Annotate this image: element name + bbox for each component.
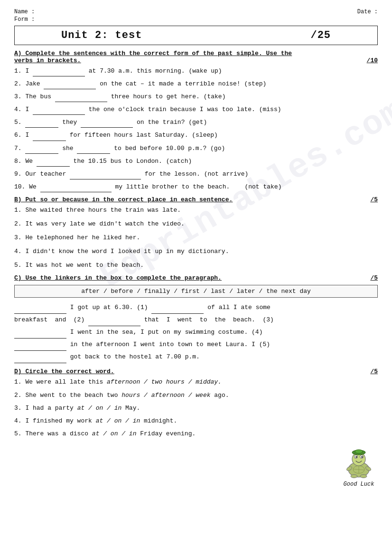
- question-b5: 5. It was hot we went to the beach.: [14, 260, 378, 271]
- question-b4: 4. I didn't know the word I looked it up…: [14, 246, 378, 257]
- section-a: A) Complete the sentences with the corre…: [14, 50, 378, 192]
- blank-c0: [14, 306, 66, 314]
- header-row: Name : Date :: [14, 9, 378, 15]
- question-d4: 4. I finished my work at / on / in midni…: [14, 416, 378, 426]
- blank-a5b: [81, 120, 133, 128]
- section-c-title: C) Use the linkers in the box to complet…: [14, 274, 222, 282]
- section-b-title: B) Put so or because in the correct plac…: [14, 196, 233, 203]
- section-c: C) Use the linkers in the box to complet…: [14, 274, 378, 363]
- blank-c5: [14, 356, 66, 363]
- blank-a1: [33, 69, 85, 76]
- section-b-header: B) Put so or because in the correct plac…: [14, 196, 378, 203]
- question-d1: 1. We were all late this afternoon / two…: [14, 377, 378, 387]
- title-right: /25: [310, 29, 331, 41]
- blank-c4: [14, 343, 66, 351]
- section-d-header: D) Circle the correct word. /5: [14, 368, 378, 375]
- linker-box: after / before / finally / first / last …: [14, 285, 378, 298]
- good-luck-area: Good Luck: [14, 442, 378, 488]
- svg-point-7: [355, 450, 363, 453]
- section-a-title: A) Complete the sentences with the corre…: [14, 50, 292, 64]
- options-d1: afternoon / two hours / midday.: [107, 378, 222, 386]
- question-b2: 2. It was very late we didn't watch the …: [14, 219, 378, 229]
- question-d3: 3. I had a party at / on / in May.: [14, 403, 378, 414]
- blank-c1: [151, 306, 204, 314]
- blank-a4: [33, 107, 85, 115]
- para-line-1: I got up at 6.30. (1) of all I ate some …: [14, 304, 274, 360]
- options-d3: at / on / in: [77, 404, 122, 412]
- svg-point-5: [361, 456, 363, 458]
- form-label: Form :: [14, 16, 378, 23]
- blank-a7b: [77, 146, 110, 154]
- title-box: Unit 2: test /25: [14, 26, 378, 45]
- question-a9: 9. Our teacher for the lesson. (not arri…: [14, 169, 378, 179]
- question-a8: 8. We the 10.15 bus to London. (catch): [14, 156, 378, 167]
- question-b1: 1. She waited three hours the train was …: [14, 205, 378, 216]
- section-b: B) Put so or because in the correct plac…: [14, 196, 378, 271]
- svg-point-4: [355, 456, 357, 458]
- section-b-score: /5: [370, 196, 378, 203]
- blank-a8: [37, 159, 70, 167]
- section-a-score: /10: [367, 57, 378, 64]
- section-d: D) Circle the correct word. /5 1. We wer…: [14, 368, 378, 439]
- options-d5: at / on / in: [92, 430, 137, 437]
- question-a2: 2. Jake on the cat – it made a terrible …: [14, 79, 378, 89]
- blank-a6: [33, 133, 66, 141]
- section-c-paragraph: I got up at 6.30. (1) of all I ate some …: [14, 301, 378, 363]
- date-label: Date :: [357, 9, 378, 15]
- blank-c3: [14, 331, 66, 339]
- question-a4: 4. I the one o'clock train because I was…: [14, 104, 378, 115]
- question-a3: 3. The bus three hours to get here. (tak…: [14, 92, 378, 102]
- blank-a3: [55, 94, 107, 102]
- question-a10: 10. We my little brother to the beach. (…: [14, 182, 378, 192]
- question-a6: 6. I for fifteen hours last Saturday. (s…: [14, 130, 378, 141]
- question-d2: 2. She went to the beach two hours / aft…: [14, 390, 378, 401]
- good-luck-image: Good Luck: [340, 442, 378, 488]
- question-a5: 5. they on the train? (get): [14, 117, 378, 128]
- blank-a10: [40, 185, 112, 192]
- section-a-header: A) Complete the sentences with the corre…: [14, 50, 378, 64]
- svg-point-11: [360, 474, 367, 478]
- section-c-header: C) Use the linkers in the box to complet…: [14, 274, 378, 282]
- title-left: Unit 2: test: [61, 29, 142, 41]
- options-d2: hours / afternoon / week: [121, 392, 210, 399]
- blank-a2: [44, 82, 96, 89]
- blank-a9: [70, 172, 141, 179]
- character-svg: [340, 442, 378, 480]
- question-b3: 3. He telephoned her he liked her.: [14, 233, 378, 243]
- blank-c2: [88, 319, 140, 326]
- section-c-score: /5: [370, 274, 378, 282]
- options-d4: at / on / in: [96, 417, 140, 424]
- question-a1: 1. I at 7.30 a.m. this morning. (wake up…: [14, 66, 378, 76]
- question-a7: 7. she to bed before 10.00 p.m.? (go): [14, 143, 378, 154]
- blank-a5a: [25, 120, 58, 128]
- question-d5: 5. There was a disco at / on / in Friday…: [14, 429, 378, 439]
- section-d-score: /5: [370, 368, 378, 375]
- good-luck-text: Good Luck: [344, 481, 374, 488]
- section-d-title: D) Circle the correct word.: [14, 368, 114, 375]
- svg-point-10: [351, 474, 357, 478]
- blank-a7a: [25, 146, 58, 154]
- name-label: Name :: [14, 9, 35, 15]
